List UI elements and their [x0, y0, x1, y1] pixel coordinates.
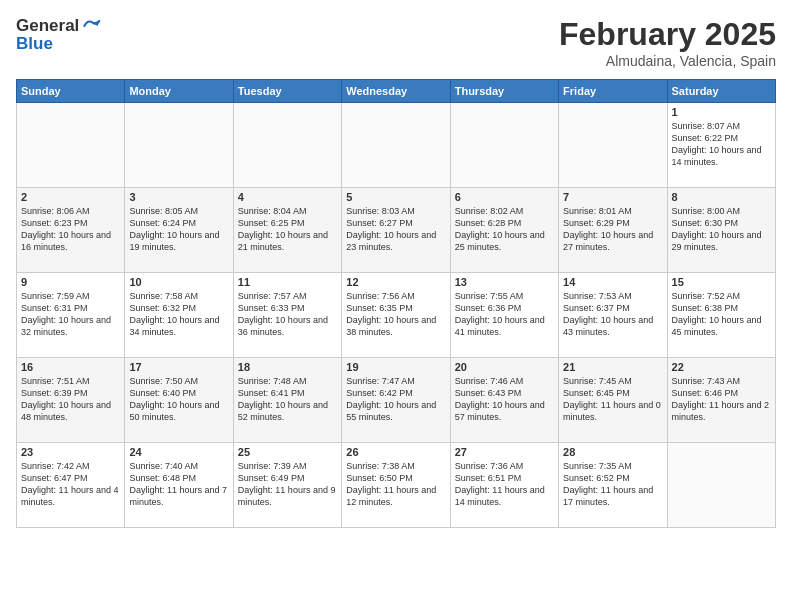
- header-wednesday: Wednesday: [342, 80, 450, 103]
- header-monday: Monday: [125, 80, 233, 103]
- cell-day-info: Sunrise: 7:39 AM Sunset: 6:49 PM Dayligh…: [238, 460, 337, 509]
- cell-day-number: 5: [346, 191, 445, 203]
- calendar-cell: 6Sunrise: 8:02 AM Sunset: 6:28 PM Daylig…: [450, 188, 558, 273]
- cell-day-number: 11: [238, 276, 337, 288]
- cell-day-info: Sunrise: 7:55 AM Sunset: 6:36 PM Dayligh…: [455, 290, 554, 339]
- calendar-cell: 16Sunrise: 7:51 AM Sunset: 6:39 PM Dayli…: [17, 358, 125, 443]
- cell-day-info: Sunrise: 8:04 AM Sunset: 6:25 PM Dayligh…: [238, 205, 337, 254]
- calendar-cell: 1Sunrise: 8:07 AM Sunset: 6:22 PM Daylig…: [667, 103, 775, 188]
- calendar-table: Sunday Monday Tuesday Wednesday Thursday…: [16, 79, 776, 528]
- calendar-cell: 25Sunrise: 7:39 AM Sunset: 6:49 PM Dayli…: [233, 443, 341, 528]
- cell-day-number: 10: [129, 276, 228, 288]
- cell-day-info: Sunrise: 7:38 AM Sunset: 6:50 PM Dayligh…: [346, 460, 445, 509]
- header-saturday: Saturday: [667, 80, 775, 103]
- calendar-cell: 24Sunrise: 7:40 AM Sunset: 6:48 PM Dayli…: [125, 443, 233, 528]
- cell-day-number: 1: [672, 106, 771, 118]
- cell-day-number: 21: [563, 361, 662, 373]
- cell-day-info: Sunrise: 8:00 AM Sunset: 6:30 PM Dayligh…: [672, 205, 771, 254]
- cell-day-number: 4: [238, 191, 337, 203]
- calendar-cell: 11Sunrise: 7:57 AM Sunset: 6:33 PM Dayli…: [233, 273, 341, 358]
- header-sunday: Sunday: [17, 80, 125, 103]
- cell-day-info: Sunrise: 7:56 AM Sunset: 6:35 PM Dayligh…: [346, 290, 445, 339]
- calendar-cell: 7Sunrise: 8:01 AM Sunset: 6:29 PM Daylig…: [559, 188, 667, 273]
- cell-day-info: Sunrise: 7:50 AM Sunset: 6:40 PM Dayligh…: [129, 375, 228, 424]
- header-tuesday: Tuesday: [233, 80, 341, 103]
- header-thursday: Thursday: [450, 80, 558, 103]
- cell-day-info: Sunrise: 7:43 AM Sunset: 6:46 PM Dayligh…: [672, 375, 771, 424]
- cell-day-number: 13: [455, 276, 554, 288]
- cell-day-number: 25: [238, 446, 337, 458]
- calendar-cell: 23Sunrise: 7:42 AM Sunset: 6:47 PM Dayli…: [17, 443, 125, 528]
- title-area: February 2025 Almudaina, Valencia, Spain: [559, 16, 776, 69]
- calendar-week-row: 23Sunrise: 7:42 AM Sunset: 6:47 PM Dayli…: [17, 443, 776, 528]
- calendar-cell: 19Sunrise: 7:47 AM Sunset: 6:42 PM Dayli…: [342, 358, 450, 443]
- calendar-cell: 13Sunrise: 7:55 AM Sunset: 6:36 PM Dayli…: [450, 273, 558, 358]
- cell-day-info: Sunrise: 8:03 AM Sunset: 6:27 PM Dayligh…: [346, 205, 445, 254]
- cell-day-info: Sunrise: 8:07 AM Sunset: 6:22 PM Dayligh…: [672, 120, 771, 169]
- calendar-cell: 12Sunrise: 7:56 AM Sunset: 6:35 PM Dayli…: [342, 273, 450, 358]
- calendar-cell: 18Sunrise: 7:48 AM Sunset: 6:41 PM Dayli…: [233, 358, 341, 443]
- calendar-cell: 3Sunrise: 8:05 AM Sunset: 6:24 PM Daylig…: [125, 188, 233, 273]
- cell-day-number: 7: [563, 191, 662, 203]
- calendar-cell: 4Sunrise: 8:04 AM Sunset: 6:25 PM Daylig…: [233, 188, 341, 273]
- cell-day-info: Sunrise: 8:05 AM Sunset: 6:24 PM Dayligh…: [129, 205, 228, 254]
- calendar-cell: 9Sunrise: 7:59 AM Sunset: 6:31 PM Daylig…: [17, 273, 125, 358]
- cell-day-number: 19: [346, 361, 445, 373]
- cell-day-number: 8: [672, 191, 771, 203]
- calendar-cell: [667, 443, 775, 528]
- calendar-cell: 27Sunrise: 7:36 AM Sunset: 6:51 PM Dayli…: [450, 443, 558, 528]
- cell-day-info: Sunrise: 8:01 AM Sunset: 6:29 PM Dayligh…: [563, 205, 662, 254]
- logo-icon: [81, 16, 101, 36]
- cell-day-number: 3: [129, 191, 228, 203]
- month-year-title: February 2025: [559, 16, 776, 53]
- calendar-cell: [559, 103, 667, 188]
- calendar-cell: 26Sunrise: 7:38 AM Sunset: 6:50 PM Dayli…: [342, 443, 450, 528]
- cell-day-info: Sunrise: 7:57 AM Sunset: 6:33 PM Dayligh…: [238, 290, 337, 339]
- calendar-cell: [17, 103, 125, 188]
- cell-day-number: 26: [346, 446, 445, 458]
- header: General Blue February 2025 Almudaina, Va…: [16, 16, 776, 69]
- cell-day-info: Sunrise: 7:53 AM Sunset: 6:37 PM Dayligh…: [563, 290, 662, 339]
- cell-day-info: Sunrise: 7:45 AM Sunset: 6:45 PM Dayligh…: [563, 375, 662, 424]
- cell-day-info: Sunrise: 7:47 AM Sunset: 6:42 PM Dayligh…: [346, 375, 445, 424]
- calendar-cell: 8Sunrise: 8:00 AM Sunset: 6:30 PM Daylig…: [667, 188, 775, 273]
- calendar-week-row: 16Sunrise: 7:51 AM Sunset: 6:39 PM Dayli…: [17, 358, 776, 443]
- cell-day-number: 2: [21, 191, 120, 203]
- cell-day-info: Sunrise: 7:35 AM Sunset: 6:52 PM Dayligh…: [563, 460, 662, 509]
- calendar-cell: 22Sunrise: 7:43 AM Sunset: 6:46 PM Dayli…: [667, 358, 775, 443]
- calendar-week-row: 9Sunrise: 7:59 AM Sunset: 6:31 PM Daylig…: [17, 273, 776, 358]
- cell-day-info: Sunrise: 7:52 AM Sunset: 6:38 PM Dayligh…: [672, 290, 771, 339]
- cell-day-info: Sunrise: 7:48 AM Sunset: 6:41 PM Dayligh…: [238, 375, 337, 424]
- cell-day-info: Sunrise: 8:02 AM Sunset: 6:28 PM Dayligh…: [455, 205, 554, 254]
- calendar-cell: 5Sunrise: 8:03 AM Sunset: 6:27 PM Daylig…: [342, 188, 450, 273]
- cell-day-info: Sunrise: 7:58 AM Sunset: 6:32 PM Dayligh…: [129, 290, 228, 339]
- calendar-cell: [125, 103, 233, 188]
- calendar-cell: [342, 103, 450, 188]
- cell-day-number: 17: [129, 361, 228, 373]
- cell-day-number: 27: [455, 446, 554, 458]
- cell-day-number: 20: [455, 361, 554, 373]
- calendar-cell: 14Sunrise: 7:53 AM Sunset: 6:37 PM Dayli…: [559, 273, 667, 358]
- logo: General Blue: [16, 16, 101, 54]
- calendar-cell: [450, 103, 558, 188]
- cell-day-number: 12: [346, 276, 445, 288]
- cell-day-info: Sunrise: 7:59 AM Sunset: 6:31 PM Dayligh…: [21, 290, 120, 339]
- cell-day-info: Sunrise: 7:36 AM Sunset: 6:51 PM Dayligh…: [455, 460, 554, 509]
- calendar-cell: 2Sunrise: 8:06 AM Sunset: 6:23 PM Daylig…: [17, 188, 125, 273]
- calendar-week-row: 1Sunrise: 8:07 AM Sunset: 6:22 PM Daylig…: [17, 103, 776, 188]
- logo-general-text: General: [16, 16, 79, 36]
- cell-day-number: 24: [129, 446, 228, 458]
- cell-day-info: Sunrise: 7:42 AM Sunset: 6:47 PM Dayligh…: [21, 460, 120, 509]
- cell-day-info: Sunrise: 7:40 AM Sunset: 6:48 PM Dayligh…: [129, 460, 228, 509]
- cell-day-number: 9: [21, 276, 120, 288]
- cell-day-number: 14: [563, 276, 662, 288]
- cell-day-number: 16: [21, 361, 120, 373]
- cell-day-number: 6: [455, 191, 554, 203]
- cell-day-info: Sunrise: 8:06 AM Sunset: 6:23 PM Dayligh…: [21, 205, 120, 254]
- cell-day-number: 28: [563, 446, 662, 458]
- calendar-cell: 15Sunrise: 7:52 AM Sunset: 6:38 PM Dayli…: [667, 273, 775, 358]
- calendar-week-row: 2Sunrise: 8:06 AM Sunset: 6:23 PM Daylig…: [17, 188, 776, 273]
- cell-day-number: 18: [238, 361, 337, 373]
- cell-day-number: 15: [672, 276, 771, 288]
- calendar-cell: 17Sunrise: 7:50 AM Sunset: 6:40 PM Dayli…: [125, 358, 233, 443]
